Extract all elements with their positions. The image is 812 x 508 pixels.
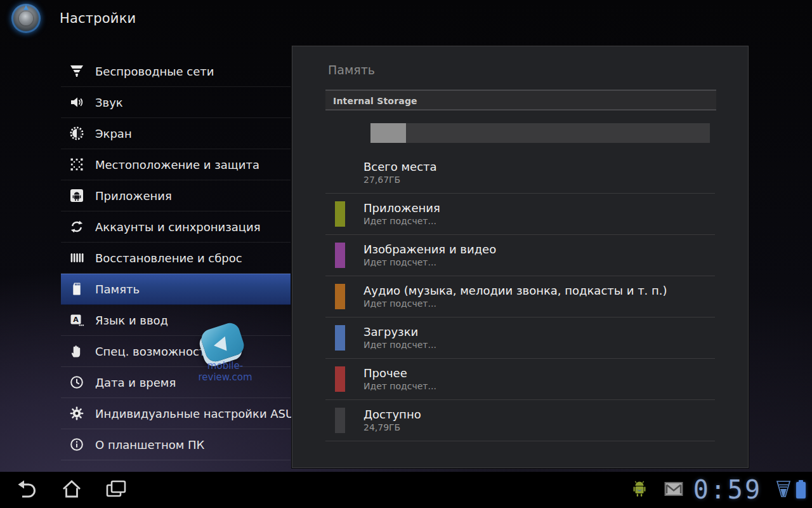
- settings-sidebar: Беспроводные сети Звук Экран: [61, 56, 291, 460]
- back-icon: [16, 479, 39, 501]
- list-item-total-space: Всего места 27,67ГБ: [325, 152, 715, 194]
- svg-text:A: A: [73, 316, 79, 324]
- list-item-audio: Аудио (музыка, мелодии звонка, подкасты …: [325, 276, 715, 318]
- sidebar-item-label: Приложения: [95, 189, 172, 203]
- sidebar-item-language-input[interactable]: A Язык и ввод: [61, 305, 291, 336]
- status-clock: 0:59: [693, 472, 762, 508]
- sidebar-item-asus-settings[interactable]: Индивидуальные настройки ASUS: [61, 398, 291, 429]
- sidebar-item-apps[interactable]: Приложения: [61, 180, 291, 211]
- storage-list: Всего места 27,67ГБ Приложения Идет подс…: [325, 152, 715, 441]
- list-item-value: Идет подсчет...: [363, 380, 436, 392]
- home-button[interactable]: [49, 472, 94, 508]
- sidebar-item-accounts-sync[interactable]: Аккаунты и синхронизация: [61, 211, 291, 243]
- sidebar-item-label: Язык и ввод: [95, 314, 168, 327]
- color-chip: [335, 366, 345, 392]
- list-item-value: Идет подсчет...: [363, 215, 440, 227]
- color-chip: [335, 160, 345, 185]
- sidebar-item-accessibility[interactable]: Спец. возможности: [61, 336, 291, 367]
- storage-progressbar: [370, 123, 710, 143]
- list-item-label: Приложения: [363, 201, 440, 215]
- sidebar-item-label: Звук: [95, 96, 123, 109]
- sidebar-item-storage[interactable]: Память: [61, 274, 291, 305]
- storage-panel: Память Internal Storage Всего места 27,6…: [292, 46, 749, 468]
- list-item-value: Идет подсчет...: [363, 257, 496, 269]
- list-item-label: Доступно: [363, 408, 421, 422]
- section-header-label: Internal Storage: [333, 96, 417, 106]
- list-item-label: Прочее: [363, 366, 436, 380]
- list-item-value: Идет подсчет...: [363, 339, 436, 351]
- sidebar-item-display[interactable]: Экран: [61, 118, 291, 149]
- panel-title: Память: [328, 63, 748, 77]
- recent-apps-button[interactable]: [94, 472, 138, 508]
- color-chip: [335, 325, 345, 351]
- sidebar-item-sound[interactable]: Звук: [61, 87, 291, 118]
- sidebar-item-location-security[interactable]: Местоположение и защита: [61, 149, 291, 180]
- date-time-icon: [69, 374, 85, 391]
- back-button[interactable]: [5, 472, 49, 508]
- sound-icon: [69, 94, 85, 110]
- about-tablet-icon: [69, 436, 85, 453]
- list-item-applications: Приложения Идет подсчет...: [325, 194, 715, 235]
- language-input-icon: A: [69, 312, 85, 328]
- internal-storage-header: Internal Storage: [325, 90, 716, 110]
- color-chip: [335, 201, 345, 227]
- list-item-label: Загрузки: [363, 325, 436, 339]
- sidebar-item-label: Восстановление и сброс: [95, 251, 242, 265]
- asus-settings-icon: [69, 405, 85, 422]
- sidebar-item-wireless[interactable]: Беспроводные сети: [61, 56, 291, 87]
- app-header: Настройки: [0, 0, 812, 38]
- list-item-value: Идет подсчет...: [363, 298, 667, 310]
- location-security-icon: [69, 156, 85, 173]
- list-item-label: Всего места: [363, 160, 437, 174]
- sidebar-item-label: Индивидуальные настройки ASUS: [95, 407, 301, 420]
- storage-progress-fill: [370, 123, 406, 143]
- list-item-label: Изображения и видео: [363, 243, 496, 257]
- backup-reset-icon: [69, 250, 85, 266]
- list-item-downloads: Загрузки Идет подсчет...: [325, 318, 715, 359]
- sync-icon: [69, 218, 85, 235]
- sidebar-item-label: Местоположение и защита: [95, 158, 259, 171]
- color-chip: [335, 284, 345, 309]
- signal-icon: [776, 480, 791, 500]
- sidebar-item-date-time[interactable]: Дата и время: [61, 367, 291, 398]
- settings-screen: Настройки Беспроводные сети Звук: [0, 0, 812, 508]
- sidebar-item-backup-reset[interactable]: Восстановление и сброс: [61, 243, 291, 274]
- status-area[interactable]: 0:59: [631, 472, 806, 508]
- list-item-available: Доступно 24,79ГБ: [325, 400, 715, 441]
- list-item-label: Аудио (музыка, мелодии звонка, подкасты …: [363, 284, 667, 298]
- sidebar-item-label: О планшетном ПК: [95, 438, 204, 451]
- sidebar-item-label: Экран: [95, 127, 132, 140]
- gmail-icon: [664, 481, 683, 499]
- accessibility-icon: [69, 343, 85, 359]
- sidebar-item-label: Дата и время: [95, 376, 176, 389]
- list-item-value: 24,79ГБ: [363, 422, 421, 434]
- battery-icon: [796, 482, 806, 498]
- sidebar-item-label: Память: [95, 283, 140, 296]
- sidebar-item-about-tablet[interactable]: О планшетном ПК: [61, 429, 291, 460]
- color-chip: [335, 408, 345, 433]
- recent-apps-icon: [105, 479, 128, 501]
- list-item-images-video: Изображения и видео Идет подсчет...: [325, 235, 715, 276]
- display-icon: [69, 125, 85, 142]
- page-title: Настройки: [60, 11, 136, 26]
- sidebar-item-label: Аккаунты и синхронизация: [95, 220, 261, 234]
- settings-app-icon: [11, 4, 41, 33]
- wireless-icon: [69, 63, 85, 79]
- apps-icon: [69, 187, 85, 204]
- sidebar-item-label: Беспроводные сети: [95, 65, 214, 78]
- storage-icon: [69, 281, 85, 297]
- system-bar: 0:59: [0, 472, 812, 508]
- list-item-misc: Прочее Идет подсчет...: [325, 359, 715, 400]
- color-chip: [335, 243, 345, 268]
- list-item-value: 27,67ГБ: [363, 174, 437, 186]
- sidebar-item-label: Спец. возможности: [95, 345, 213, 358]
- home-icon: [60, 479, 83, 502]
- android-notification-icon: [631, 479, 648, 501]
